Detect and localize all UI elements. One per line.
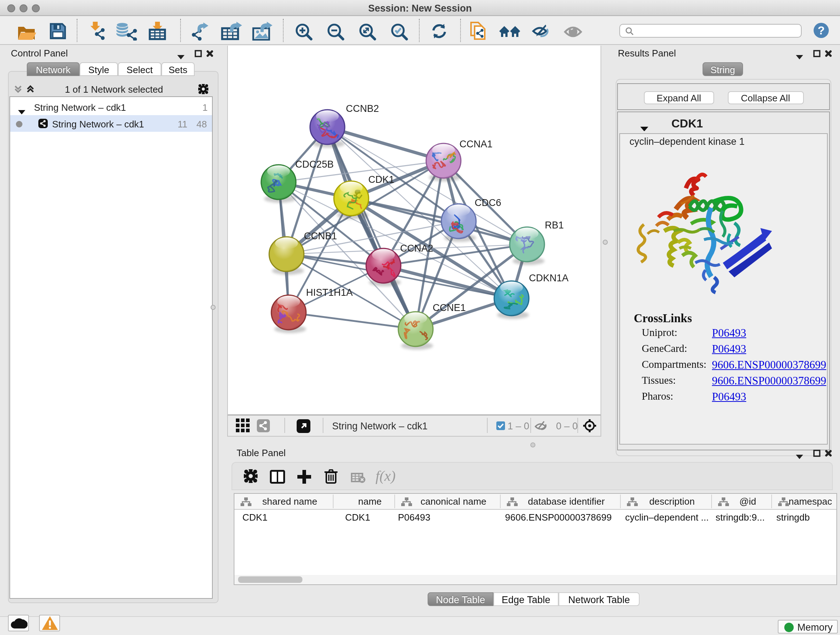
svg-text:CCNE1: CCNE1 [433, 302, 466, 313]
svg-text:CCNA2: CCNA2 [400, 242, 433, 253]
svg-text:CDK1: CDK1 [368, 174, 394, 185]
svg-text:RB1: RB1 [545, 219, 564, 230]
svg-text:CCNB2: CCNB2 [346, 103, 379, 114]
svg-text:CCNA1: CCNA1 [459, 138, 493, 149]
svg-text:HIST1H1A: HIST1H1A [306, 287, 353, 298]
svg-text:?: ? [818, 24, 825, 37]
svg-text:CDC25B: CDC25B [295, 158, 334, 169]
svg-text:CDC6: CDC6 [475, 197, 501, 208]
svg-text:CCNB1: CCNB1 [304, 230, 337, 241]
svg-text:CDKN1A: CDKN1A [529, 272, 569, 283]
